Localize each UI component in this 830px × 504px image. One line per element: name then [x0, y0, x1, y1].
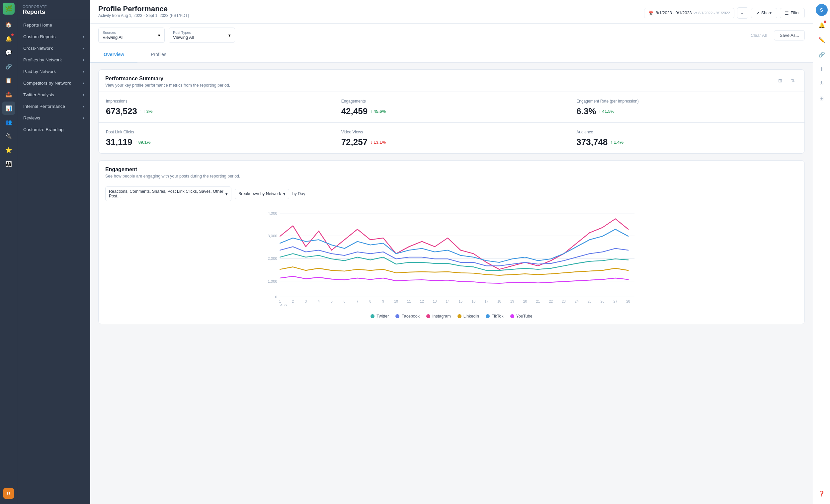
metrics-dropdown[interactable]: Reactions, Comments, Shares, Post Link C…: [105, 187, 231, 201]
nav-icon-groups[interactable]: 👨‍👩‍👧: [2, 157, 15, 171]
grid-view-button[interactable]: ⊞: [775, 76, 785, 86]
more-options-button[interactable]: ···: [737, 7, 748, 19]
nav-icon-people[interactable]: 👥: [2, 115, 15, 129]
rt-link-button[interactable]: 🔗: [815, 48, 828, 61]
svg-text:23: 23: [562, 299, 566, 303]
youtube-color-dot: [510, 314, 514, 318]
tab-overview[interactable]: Overview: [90, 47, 137, 62]
legend-youtube-label: YouTube: [516, 314, 533, 318]
engagement-controls: Reactions, Comments, Shares, Post Link C…: [99, 182, 804, 205]
nav-icon-integrations[interactable]: 🔌: [2, 129, 15, 143]
main-content: Profile Performance Activity from Aug 1,…: [90, 0, 813, 504]
arrow-up-icon: ↑: [140, 109, 142, 114]
save-as-button[interactable]: Save As...: [774, 30, 805, 40]
filters-actions: Clear All Save As...: [746, 30, 805, 40]
svg-text:21: 21: [536, 299, 540, 303]
legend-facebook: Facebook: [395, 314, 420, 318]
brand-name: Reports: [23, 9, 85, 15]
metric-change: ↑ 41.5%: [599, 109, 614, 114]
nav-icon-tasks[interactable]: 📋: [2, 74, 15, 87]
sidebar-item-profiles-by-network[interactable]: Profiles by Network ▾: [17, 54, 90, 66]
svg-text:18: 18: [497, 299, 501, 303]
sidebar-item-competitors-by-network[interactable]: Competitors by Network ▾: [17, 77, 90, 89]
nav-icon-bell[interactable]: 🔔: [2, 32, 15, 45]
sidebar-item-reports-home[interactable]: Reports Home: [17, 19, 90, 31]
rt-export-button[interactable]: ⬆: [815, 62, 828, 76]
brand-sub: Corporate: [23, 5, 85, 9]
svg-text:2,000: 2,000: [267, 257, 277, 261]
svg-text:16: 16: [472, 299, 475, 303]
filter-button[interactable]: ☰ Filter: [780, 8, 805, 18]
sort-button[interactable]: ⇅: [788, 76, 798, 86]
rt-grid-button[interactable]: ⊞: [815, 92, 828, 105]
nav-icon-messages[interactable]: 💬: [2, 46, 15, 59]
legend-twitter-label: Twitter: [377, 314, 389, 318]
rt-help-button[interactable]: ❓: [815, 487, 828, 500]
legend-youtube: YouTube: [510, 314, 533, 318]
date-range-value: 8/1/2023 - 9/1/2023: [656, 11, 692, 15]
page-subtitle: Activity from Aug 1, 2023 - Sept 1, 2023…: [98, 13, 189, 18]
metric-impressions: Impressions 673,523 ↑ ↑ 3%: [99, 92, 334, 123]
svg-text:20: 20: [523, 299, 527, 303]
sidebar-item-paid-by-network[interactable]: Paid by Network ▾: [17, 66, 90, 77]
breakdown-dropdown-value: Breakdown by Network: [238, 192, 281, 196]
sources-label: Sources: [103, 31, 124, 34]
clear-all-button[interactable]: Clear All: [746, 30, 771, 40]
svg-text:15: 15: [458, 299, 462, 303]
nav-icon-notifications[interactable]: 🔗: [2, 60, 15, 73]
sidebar-item-custom-reports[interactable]: Custom Reports ▾: [17, 31, 90, 42]
chevron-down-icon: ▾: [158, 33, 160, 38]
rt-bell-button[interactable]: 🔔: [815, 19, 828, 32]
card-header-actions: ⊞ ⇅: [775, 76, 798, 86]
share-icon: ↗: [756, 11, 760, 15]
metric-label: Video Views: [341, 130, 363, 135]
page-title: Profile Performance: [98, 5, 189, 13]
metric-change: ↑ 1.4%: [610, 140, 624, 145]
rt-edit-button[interactable]: ✏️: [815, 33, 828, 46]
filter-icon: ☰: [785, 11, 789, 15]
nav-icon-home[interactable]: 🏠: [2, 18, 15, 31]
svg-text:1,000: 1,000: [267, 279, 277, 283]
metric-value: 31,119 ↑ 89.1%: [106, 137, 326, 147]
legend-twitter: Twitter: [371, 314, 389, 318]
instagram-color-dot: [426, 314, 430, 318]
metric-label: Engagements: [341, 99, 366, 104]
header-actions: 📅 8/1/2023 - 9/1/2023 vs 8/1/2022 - 9/1/…: [644, 7, 805, 19]
sidebar-item-reviews[interactable]: Reviews ▾: [17, 112, 90, 124]
chart-area: 4,000 3,000 2,000 1,000 0: [99, 205, 804, 311]
breakdown-dropdown[interactable]: Breakdown by Network ▾: [235, 189, 289, 199]
metric-label: Engagement Rate (per Impression): [576, 99, 638, 104]
sidebar-item-customize-branding[interactable]: Customize Branding: [17, 124, 90, 135]
calendar-icon: 📅: [648, 11, 654, 15]
date-range-button[interactable]: 📅 8/1/2023 - 9/1/2023 vs 8/1/2022 - 9/1/…: [644, 8, 734, 18]
legend-tiktok-label: TikTok: [492, 314, 504, 318]
svg-text:4,000: 4,000: [267, 211, 277, 215]
metric-value: 42,459 ↑ 45.6%: [341, 106, 562, 116]
facebook-color-dot: [395, 314, 400, 318]
chevron-down-icon: ▾: [83, 104, 84, 108]
sidebar-item-twitter-analysis[interactable]: Twitter Analysis ▾: [17, 89, 90, 101]
app-logo[interactable]: 🌿: [3, 3, 14, 14]
nav-icon-reports[interactable]: 📊: [2, 102, 15, 115]
post-types-dropdown[interactable]: Post Types Viewing All ▾: [169, 28, 235, 43]
nav-icon-star[interactable]: ⭐: [2, 143, 15, 157]
sidebar-item-internal-performance[interactable]: Internal Performance ▾: [17, 101, 90, 112]
sidebar-item-cross-network[interactable]: Cross-Network ▾: [17, 42, 90, 54]
chevron-down-icon: ▾: [83, 58, 84, 62]
metric-video-views: Video Views 72,257 ↓ 13.1%: [334, 123, 569, 153]
post-types-label: Post Types: [173, 31, 194, 34]
notification-badge: [824, 21, 826, 23]
share-button[interactable]: ↗ Share: [751, 8, 777, 18]
svg-text:24: 24: [575, 299, 579, 303]
rt-clock-button[interactable]: ⏱: [815, 77, 828, 90]
user-avatar[interactable]: U: [3, 488, 14, 499]
user-avatar-right[interactable]: S: [816, 4, 828, 16]
nav-icon-send[interactable]: 📤: [2, 88, 15, 101]
metrics-dropdown-value: Reactions, Comments, Shares, Post Link C…: [109, 189, 223, 198]
engagement-card-header: Engagement See how people are engaging w…: [99, 161, 804, 182]
card-title: Performance Summary: [105, 76, 230, 81]
tab-profiles[interactable]: Profiles: [137, 47, 180, 62]
chevron-down-icon: ▾: [228, 33, 231, 38]
sources-dropdown[interactable]: Sources Viewing All ▾: [98, 28, 165, 43]
header-left: Profile Performance Activity from Aug 1,…: [98, 5, 189, 21]
